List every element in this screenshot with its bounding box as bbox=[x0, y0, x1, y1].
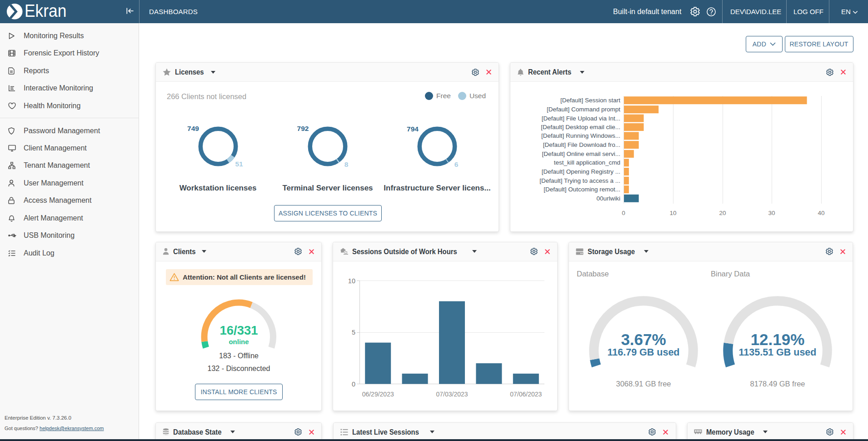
svg-text:40: 40 bbox=[818, 210, 824, 216]
svg-text:0: 0 bbox=[352, 380, 355, 387]
svg-text:10: 10 bbox=[669, 210, 676, 216]
svg-text:[Default] Outcoming remot...: [Default] Outcoming remot... bbox=[544, 186, 620, 193]
svg-text:0: 0 bbox=[622, 210, 625, 216]
svg-text:[Default] Desktop email clie..: [Default] Desktop email clie... bbox=[541, 124, 620, 130]
svg-text:06/29/2023: 06/29/2023 bbox=[362, 391, 394, 398]
svg-text:30: 30 bbox=[768, 210, 775, 216]
svg-text:20: 20 bbox=[719, 210, 726, 216]
svg-text:07/06/2023: 07/06/2023 bbox=[510, 391, 542, 398]
svg-text:10: 10 bbox=[348, 277, 355, 284]
svg-text:00urlwiki: 00urlwiki bbox=[596, 195, 620, 202]
svg-text:[Default] Online email servi..: [Default] Online email servi... bbox=[542, 150, 620, 157]
svg-text:[Default] Command prompt: [Default] Command prompt bbox=[547, 106, 620, 113]
svg-text:test_kill application_cmd: test_kill application_cmd bbox=[554, 159, 620, 166]
svg-text:[Default] Trying to access a .: [Default] Trying to access a ... bbox=[539, 177, 620, 184]
svg-text:[Default] File Download fro...: [Default] File Download fro... bbox=[543, 141, 620, 148]
svg-text:5: 5 bbox=[352, 329, 355, 336]
svg-text:[Default] Running Windows...: [Default] Running Windows... bbox=[541, 132, 620, 139]
svg-text:[Default] File Upload via Int.: [Default] File Upload via Int... bbox=[542, 115, 620, 122]
svg-text:07/03/2023: 07/03/2023 bbox=[436, 391, 468, 398]
svg-text:[Default] Session start: [Default] Session start bbox=[560, 97, 620, 104]
svg-text:[Default] Opening Registry ...: [Default] Opening Registry ... bbox=[542, 168, 620, 175]
